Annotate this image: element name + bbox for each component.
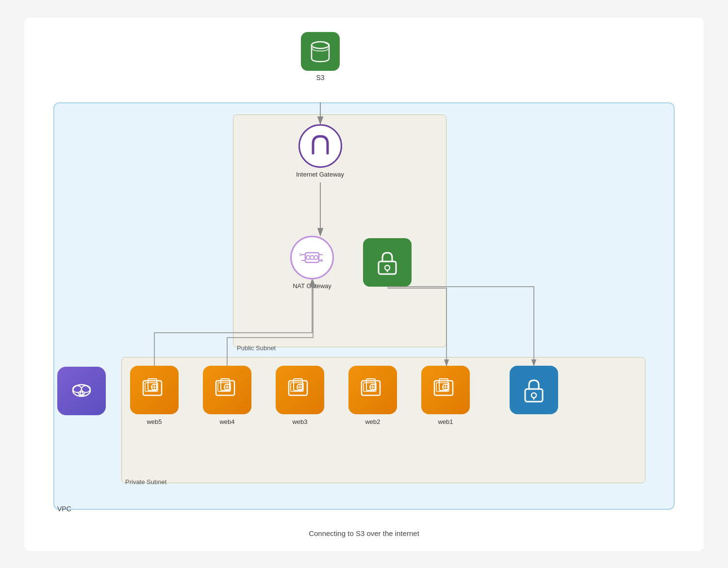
s3-container: S3 (301, 32, 340, 81)
web1-icon (421, 366, 470, 414)
web4-label: web4 (219, 418, 234, 425)
svg-point-6 (385, 265, 390, 270)
igw-icon (298, 124, 342, 168)
public-subnet-label: Public Subnet (237, 344, 276, 352)
svg-rect-42 (525, 389, 543, 402)
vpn-container (57, 367, 106, 415)
s3-icon (301, 32, 340, 71)
web3-label: web3 (292, 418, 307, 425)
s3-label: S3 (316, 74, 324, 81)
vpn-icon (57, 367, 106, 415)
svg-point-4 (314, 256, 318, 260)
lock-blue-container (510, 366, 558, 414)
web4-container: web4 (203, 366, 251, 425)
web2-label: web2 (365, 418, 380, 425)
web5-icon (130, 366, 179, 414)
svg-rect-1 (305, 253, 319, 262)
nat-container: NAT Gateway (290, 236, 334, 290)
web2-container: web2 (348, 366, 397, 425)
igw-label: Internet Gateway (296, 171, 344, 178)
web5-label: web5 (147, 418, 162, 425)
nat-icon (290, 236, 334, 279)
svg-point-3 (310, 256, 314, 260)
web3-container: web3 (276, 366, 324, 425)
svg-point-2 (306, 256, 310, 260)
svg-point-43 (531, 393, 536, 398)
lock-green-public-container (363, 238, 412, 287)
igw-container: Internet Gateway (296, 124, 344, 178)
private-subnet-label: Private Subnet (125, 478, 166, 486)
vpc-label: VPC (57, 505, 71, 513)
web1-label: web1 (438, 418, 453, 425)
web1-container: web1 (421, 366, 470, 425)
web2-icon (348, 366, 397, 414)
web5-container: web5 (130, 366, 179, 425)
web3-icon (276, 366, 324, 414)
web4-icon (203, 366, 251, 414)
diagram-container: VPC Public Subnet Private Subnet S3 Inte… (24, 17, 704, 551)
caption: Connecting to S3 over the internet (24, 529, 704, 537)
lock-blue-icon (510, 366, 558, 414)
lock-green-icon (363, 238, 412, 287)
nat-label: NAT Gateway (293, 282, 331, 290)
svg-rect-5 (379, 261, 396, 274)
